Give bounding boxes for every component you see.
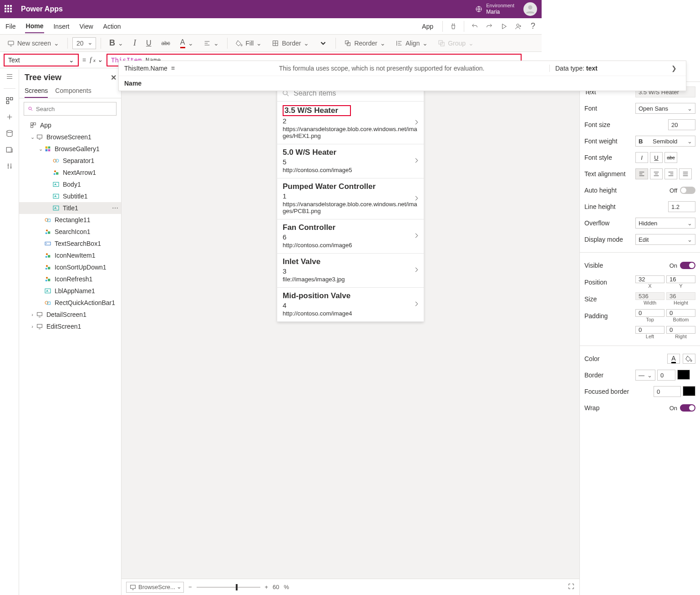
svg-point-2 <box>517 24 519 26</box>
list-item[interactable]: Fan Controller6http://contoso.com/image6 <box>277 219 424 254</box>
tree-item[interactable]: Subtitle1 <box>19 190 121 202</box>
svg-point-35 <box>46 232 47 234</box>
svg-rect-13 <box>6 147 11 153</box>
tree-item[interactable]: Separator1 <box>19 155 121 167</box>
group-icon <box>44 275 52 283</box>
rail-advanced-icon[interactable] <box>5 162 14 171</box>
chevron-right-icon[interactable] <box>413 300 420 309</box>
tree-app[interactable]: App <box>19 119 121 131</box>
bold-button[interactable]: B⌄ <box>106 36 127 50</box>
more-icon[interactable]: ⋯ <box>112 204 118 212</box>
list-item[interactable]: 3.5 W/S Heater2https://vanarsdelstorage.… <box>277 102 424 144</box>
tree-item[interactable]: IconRefresh1 <box>19 273 121 285</box>
menu-insert[interactable]: Insert <box>52 20 70 33</box>
tree-item[interactable]: IconSortUpDown1 <box>19 261 121 273</box>
chevron-right-icon[interactable] <box>413 266 420 275</box>
item-title: 5.0 W/S Heater <box>283 148 418 157</box>
tree-item[interactable]: Title1⋯ <box>19 202 121 214</box>
svg-rect-34 <box>48 231 50 234</box>
font-color-button[interactable]: A⌄ <box>177 36 197 50</box>
svg-point-25 <box>54 170 56 172</box>
chevron-right-icon[interactable] <box>413 232 420 241</box>
user-avatar[interactable] <box>523 2 537 16</box>
svg-rect-15 <box>31 123 33 125</box>
app-checker-icon[interactable] <box>449 22 457 31</box>
rail-media-icon[interactable] <box>5 145 14 154</box>
tree-item[interactable]: ⌄BrowseScreen1 <box>19 131 121 143</box>
svg-rect-38 <box>48 255 50 257</box>
chevron-right-icon[interactable] <box>413 194 420 203</box>
svg-rect-50 <box>37 324 42 327</box>
sep-icon <box>52 157 60 164</box>
svg-rect-26 <box>56 172 58 174</box>
border-icon <box>272 40 279 47</box>
input-icon <box>44 240 52 247</box>
text-align-button[interactable] <box>200 38 223 49</box>
item-title: Fan Controller <box>283 223 418 232</box>
underline-button[interactable]: U <box>142 37 155 49</box>
list-item[interactable]: 5.0 W/S Heater5http://contoso.com/image5 <box>277 144 424 178</box>
tree-search-input[interactable] <box>24 102 117 116</box>
tree-item[interactable]: ⌄BrowseGallery1 <box>19 143 121 155</box>
group-button[interactable]: Group <box>434 38 477 49</box>
share-icon[interactable] <box>514 22 522 31</box>
svg-point-14 <box>29 107 31 110</box>
tree-item[interactable]: RectQuickActionBar1 <box>19 297 121 309</box>
svg-rect-44 <box>48 279 50 281</box>
fill-button[interactable]: Fill <box>232 38 266 49</box>
italic-button[interactable]: I <box>130 36 140 50</box>
list-item[interactable]: Pumped Water Controller1https://vanarsde… <box>277 178 424 219</box>
more-formatting-button[interactable] <box>315 37 331 49</box>
menu-home[interactable]: Home <box>25 20 45 33</box>
svg-point-45 <box>46 280 47 281</box>
tab-components[interactable]: Components <box>55 84 91 98</box>
chevron-right-icon[interactable] <box>413 157 420 166</box>
new-screen-button[interactable]: New screen <box>4 38 63 49</box>
menu-file[interactable]: File <box>5 20 17 33</box>
menu-action[interactable]: Action <box>102 20 122 33</box>
tree-close-icon[interactable]: ✕ <box>111 73 117 82</box>
rail-tree-icon[interactable] <box>5 96 14 105</box>
tree-item[interactable]: TextSearchBox1 <box>19 238 121 249</box>
item-body: file://images/image3.jpg <box>283 276 418 283</box>
svg-rect-16 <box>34 123 36 125</box>
chevron-right-icon[interactable] <box>413 118 420 127</box>
tree-item[interactable]: Body1 <box>19 178 121 190</box>
rail-data-icon[interactable] <box>5 129 14 138</box>
undo-icon[interactable] <box>471 22 479 31</box>
tree-item[interactable]: IconNewItem1 <box>19 249 121 261</box>
list-item[interactable]: Inlet Valve3file://images/image3.jpg <box>277 254 424 288</box>
svg-rect-20 <box>48 147 51 149</box>
reorder-button[interactable]: Reorder <box>340 38 389 49</box>
menu-app[interactable]: App <box>421 20 434 33</box>
tree-item[interactable]: ›DetailScreen1 <box>19 309 121 320</box>
environment-picker[interactable]: Environment Maria <box>475 3 514 15</box>
label-icon <box>52 204 60 212</box>
font-size-select[interactable]: 20 <box>72 37 96 49</box>
tree-item[interactable]: SearchIcon1 <box>19 226 121 238</box>
tab-screens[interactable]: Screens <box>25 84 48 98</box>
label-icon <box>44 287 52 295</box>
help-icon[interactable]: ? <box>529 22 537 31</box>
tree-item[interactable]: ›EditScreen1 <box>19 320 121 332</box>
tree-item[interactable]: NextArrow1 <box>19 167 121 178</box>
svg-point-27 <box>54 173 56 175</box>
tree-item[interactable]: LblAppName1 <box>19 285 121 297</box>
rail-insert-icon[interactable] <box>5 112 14 122</box>
item-subtitle: 4 <box>283 301 418 309</box>
rail-hamburger-icon[interactable] <box>5 72 14 81</box>
waffle-icon[interactable] <box>5 5 13 13</box>
screen-icon <box>7 40 15 47</box>
svg-point-43 <box>46 277 48 279</box>
tree-item[interactable]: Rectangle11 <box>19 214 121 226</box>
strikethrough-button[interactable]: abc <box>157 38 173 48</box>
menu-view[interactable]: View <box>78 20 94 33</box>
property-select[interactable]: Text <box>4 54 79 66</box>
play-icon[interactable] <box>500 22 508 31</box>
label-icon <box>52 181 60 188</box>
list-item[interactable]: Mid-position Valve4http://contoso.com/im… <box>277 288 424 322</box>
align-button[interactable]: Align <box>392 38 431 49</box>
redo-icon[interactable] <box>485 22 493 31</box>
svg-rect-6 <box>347 42 350 46</box>
border-button[interactable]: Border <box>268 38 313 49</box>
